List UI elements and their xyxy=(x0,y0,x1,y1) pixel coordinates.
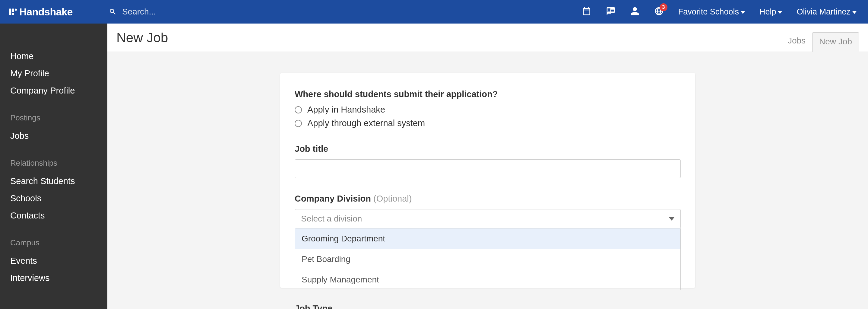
user-menu-dropdown[interactable]: Olivia Martinez xyxy=(797,7,857,17)
help-dropdown[interactable]: Help xyxy=(760,7,782,17)
division-placeholder: Select a division xyxy=(301,214,362,224)
job-title-label: Job title xyxy=(294,144,681,154)
form-group-apply: Where should students submit their appli… xyxy=(294,89,681,128)
svg-rect-1 xyxy=(12,9,14,12)
sidebar-section-relationships: Relationships Search Students Schools Co… xyxy=(0,158,107,224)
form-card: Where should students submit their appli… xyxy=(280,73,695,288)
chat-icon xyxy=(606,6,616,16)
calendar-icon-button[interactable] xyxy=(582,6,591,17)
form-group-job-title: Job title xyxy=(294,144,681,178)
search-wrap xyxy=(109,7,582,17)
page-title: New Job xyxy=(116,30,168,45)
favorite-schools-dropdown[interactable]: Favorite Schools xyxy=(678,7,745,17)
division-option-grooming[interactable]: Grooming Department xyxy=(295,228,680,249)
radio-icon xyxy=(294,120,302,127)
brand-text: Handshake xyxy=(19,6,73,18)
topbar: Handshake 3 Favorite Schools xyxy=(0,0,868,24)
svg-point-3 xyxy=(15,9,17,11)
sidebar-item-search-students[interactable]: Search Students xyxy=(10,173,97,190)
notifications-icon-button[interactable]: 3 xyxy=(654,6,664,17)
division-dropdown: Grooming Department Pet Boarding Supply … xyxy=(294,228,681,290)
sidebar-section-main: Home My Profile Company Profile xyxy=(0,48,107,99)
caret-down-icon xyxy=(741,11,745,14)
sidebar-heading-campus: Campus xyxy=(10,238,97,247)
apply-question-label: Where should students submit their appli… xyxy=(294,89,681,99)
sidebar-item-company-profile[interactable]: Company Profile xyxy=(10,82,97,99)
sidebar-item-my-profile[interactable]: My Profile xyxy=(10,65,97,82)
division-optional: (Optional) xyxy=(373,194,412,204)
messages-icon-button[interactable] xyxy=(606,6,616,17)
sidebar-item-contacts[interactable]: Contacts xyxy=(10,207,97,224)
titlebar: New Job Jobs New Job xyxy=(107,24,868,52)
sidebar-heading-postings: Postings xyxy=(10,113,97,123)
brand-logo[interactable]: Handshake xyxy=(8,6,73,18)
main: New Job Jobs New Job Where should studen… xyxy=(107,24,868,309)
search-icon xyxy=(109,8,117,16)
svg-rect-2 xyxy=(12,13,14,15)
sidebar-item-schools[interactable]: Schools xyxy=(10,190,97,207)
notification-badge: 3 xyxy=(660,3,668,11)
search-input[interactable] xyxy=(122,7,303,17)
user-icon xyxy=(630,6,640,16)
division-label: Company Division (Optional) xyxy=(294,194,681,204)
radio-label: Apply through external system xyxy=(307,118,425,128)
job-title-input[interactable] xyxy=(294,159,681,178)
form-group-division: Company Division (Optional) Select a div… xyxy=(294,194,681,290)
caret-down-icon xyxy=(778,11,782,14)
help-label: Help xyxy=(760,7,776,17)
division-select[interactable]: Select a division Grooming Department Pe… xyxy=(294,209,681,290)
division-option-supply[interactable]: Supply Management xyxy=(295,270,680,290)
breadcrumb-link-jobs[interactable]: Jobs xyxy=(788,36,806,52)
breadcrumb-tab-current: New Job xyxy=(812,32,859,52)
breadcrumbs: Jobs New Job xyxy=(788,24,859,52)
sidebar-section-campus: Campus Events Interviews xyxy=(0,238,107,287)
profile-icon-button[interactable] xyxy=(630,6,640,17)
sidebar-item-interviews[interactable]: Interviews xyxy=(10,270,97,287)
sidebar-item-jobs[interactable]: Jobs xyxy=(10,127,97,145)
job-type-label: Job Type xyxy=(294,304,681,309)
division-option-boarding[interactable]: Pet Boarding xyxy=(295,249,680,270)
favorite-schools-label: Favorite Schools xyxy=(678,7,739,17)
sidebar-heading-relationships: Relationships xyxy=(10,158,97,168)
svg-rect-0 xyxy=(9,9,11,15)
radio-label: Apply in Handshake xyxy=(307,105,385,115)
handshake-logo-icon xyxy=(8,7,17,16)
caret-down-icon xyxy=(852,11,857,14)
division-select-control[interactable]: Select a division xyxy=(294,209,681,228)
sidebar-item-home[interactable]: Home xyxy=(10,48,97,65)
topbar-right: 3 Favorite Schools Help Olivia Martinez xyxy=(582,6,860,17)
content: Where should students submit their appli… xyxy=(107,52,868,309)
radio-apply-handshake[interactable]: Apply in Handshake xyxy=(294,105,681,115)
sidebar-item-events[interactable]: Events xyxy=(10,252,97,270)
radio-icon xyxy=(294,106,302,114)
sidebar: Home My Profile Company Profile Postings… xyxy=(0,24,107,309)
calendar-icon xyxy=(582,6,591,16)
division-label-text: Company Division xyxy=(294,194,373,204)
sidebar-section-postings: Postings Jobs xyxy=(0,113,107,145)
user-name-label: Olivia Martinez xyxy=(797,7,850,17)
radio-apply-external[interactable]: Apply through external system xyxy=(294,118,681,128)
caret-down-icon xyxy=(669,217,674,221)
